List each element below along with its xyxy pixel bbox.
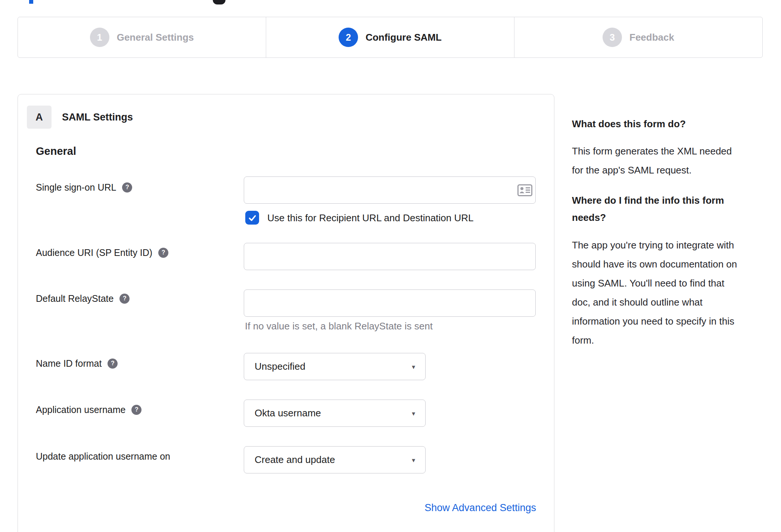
name-id-format-help-icon[interactable]: ? — [108, 359, 118, 369]
help-heading-where: Where do I find the info this form needs… — [572, 192, 762, 226]
sso-url-label-row: Single sign-on URL ? — [36, 181, 132, 193]
cut-off-blue-fragment — [29, 0, 33, 4]
audience-uri-help-icon[interactable]: ? — [158, 248, 168, 258]
name-id-format-value: Unspecified — [255, 361, 305, 372]
saml-settings-panel: A SAML Settings General Single sign-on U… — [18, 94, 554, 532]
update-username-value: Create and update — [255, 454, 335, 466]
sso-url-help-icon[interactable]: ? — [122, 182, 132, 193]
audience-uri-input[interactable] — [244, 243, 536, 270]
audience-uri-label: Audience URI (SP Entity ID) — [36, 247, 152, 259]
chevron-down-icon: ▼ — [411, 457, 416, 463]
relaystate-hint: If no value is set, a blank RelayState i… — [245, 320, 433, 332]
app-username-help-icon[interactable]: ? — [131, 405, 141, 415]
audience-uri-label-row: Audience URI (SP Entity ID) ? — [36, 247, 168, 259]
help-body-where: The app you're trying to integrate with … — [572, 236, 762, 350]
update-username-select[interactable]: Create and update ▼ — [244, 446, 426, 473]
step-1-label: General Settings — [117, 32, 194, 43]
app-username-select[interactable]: Okta username ▼ — [244, 400, 426, 427]
help-body-what: This form generates the XML needed for t… — [572, 142, 762, 180]
step-3-label: Feedback — [629, 32, 674, 43]
general-section-heading: General — [36, 145, 76, 157]
relaystate-help-icon[interactable]: ? — [119, 294, 130, 304]
step-feedback[interactable]: 3 Feedback — [514, 17, 762, 57]
update-username-label: Update application username on — [36, 450, 170, 462]
step-3-circle: 3 — [603, 28, 622, 47]
help-heading-what: What does this form do? — [572, 118, 762, 130]
name-id-format-label-row: Name ID format ? — [36, 357, 118, 369]
step-1-circle: 1 — [90, 28, 109, 47]
relaystate-label-row: Default RelayState ? — [36, 292, 130, 304]
cut-off-text-fragment — [213, 0, 225, 4]
wizard-stepper: 1 General Settings 2 Configure SAML 3 Fe… — [18, 17, 763, 58]
sso-url-label: Single sign-on URL — [36, 181, 116, 193]
app-username-label-row: Application username ? — [36, 404, 141, 416]
chevron-down-icon: ▼ — [411, 363, 416, 370]
section-a-badge: A — [27, 106, 52, 129]
panel-title: SAML Settings — [62, 112, 133, 123]
show-advanced-settings-link[interactable]: Show Advanced Settings — [424, 502, 536, 514]
name-id-format-select[interactable]: Unspecified ▼ — [244, 353, 426, 380]
sso-url-input[interactable] — [244, 176, 536, 204]
name-id-format-label: Name ID format — [36, 357, 102, 369]
step-2-circle: 2 — [339, 28, 358, 47]
help-sidebar: What does this form do? This form genera… — [572, 118, 762, 350]
app-username-value: Okta username — [255, 407, 321, 419]
relaystate-label: Default RelayState — [36, 292, 113, 304]
chevron-down-icon: ▼ — [411, 410, 416, 416]
step-2-label: Configure SAML — [365, 32, 442, 43]
use-for-recipient-checkbox[interactable] — [245, 211, 259, 225]
use-for-recipient-label: Use this for Recipient URL and Destinati… — [267, 212, 474, 224]
relaystate-input[interactable] — [244, 290, 536, 317]
step-configure-saml[interactable]: 2 Configure SAML — [266, 17, 514, 57]
app-username-label: Application username — [36, 404, 125, 416]
update-username-label-row: Update application username on — [36, 450, 170, 462]
step-general-settings[interactable]: 1 General Settings — [18, 17, 266, 57]
checkmark-icon — [248, 213, 257, 223]
